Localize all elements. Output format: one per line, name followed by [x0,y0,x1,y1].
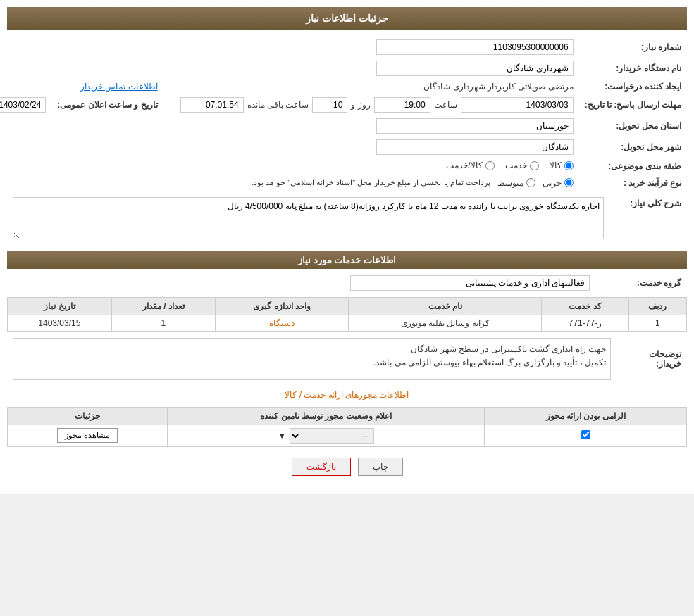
row-need-date: 1403/03/15 [8,315,112,331]
row-service-name: کرایه وسایل نقلیه موتوری [349,315,542,331]
permits-details-cell: مشاهده مجوز [8,425,168,446]
city-input[interactable] [376,139,574,155]
description-label: شرح کلی نیاز: [609,194,687,244]
permits-col-details: جزئیات [8,407,168,425]
announce-date-input[interactable] [0,97,46,113]
view-permit-button[interactable]: مشاهده مجوز [57,428,118,443]
category-khedmat-radio[interactable] [530,161,539,170]
buyer-notes-table: توضیحات خریدار: جهت راه اندازی گشت تاکسی… [7,335,687,383]
process-motavasset-radio[interactable] [526,178,535,187]
action-buttons-area: چاپ بازگشت [7,458,687,476]
permits-table: الزامی بودن ارائه مجوز اعلام وضعیت مجوز … [7,407,687,447]
permits-required-cell [485,425,687,446]
category-label: طبقه بندی موضوعی: [579,158,687,175]
deadline-remaining-label: ساعت باقی مانده [247,100,309,110]
deadline-label: مهلت ارسال پاسخ: تا تاریخ: [579,94,687,115]
announce-date-label: تاریخ و ساعت اعلان عمومی: [57,100,157,110]
deadline-date-input[interactable] [461,97,574,113]
permits-col-required: الزامی بودن ارائه مجوز [485,407,687,425]
deadline-time-label: ساعت [434,100,457,110]
description-textarea[interactable]: اجاره یکدستگاه خوروی برایب با راننده به … [13,197,604,239]
description-table: شرح کلی نیاز: اجاره یکدستگاه خوروی برایب… [7,194,687,244]
category-radio-group: کالا خدمت کالا/خدمت [446,161,573,170]
process-jozi-label: جزیی [543,178,562,188]
row-unit: دستگاه [216,315,349,331]
col-qty: تعداد / مقدار [111,297,216,315]
buyer-notes-label: توضیحات خریدار: [616,335,687,383]
process-motavasset-option[interactable]: متوسط [497,178,535,188]
creator-text: مرتضی صویلاتی کاربردار شهرداری شادگان [423,82,573,92]
deadline-days-label: روز و [351,100,370,110]
process-jozi-radio[interactable] [564,178,574,187]
deadline-remaining-input[interactable] [180,97,244,113]
permits-section-link[interactable]: اطلاعات مجوزهای ارائه خدمت / کالا [7,386,687,403]
category-khedmat-option[interactable]: خدمت [505,161,539,170]
col-row: ردیف [628,297,686,315]
deadline-days-input[interactable] [312,97,347,113]
category-both-radio[interactable] [485,161,495,170]
buyer-org-value [175,58,579,79]
row-qty: 1 [111,315,216,331]
category-both-label: کالا/خدمت [446,161,482,170]
category-khedmat-label: خدمت [505,161,527,170]
province-input[interactable] [376,118,574,134]
deadline-time-input[interactable] [374,97,430,113]
col-unit: واحد اندازه گیری [216,297,349,315]
row-number: 1 [628,315,686,331]
services-data-table: ردیف کد خدمت نام خدمت واحد اندازه گیری ت… [7,297,687,332]
category-both-option[interactable]: کالا/خدمت [446,161,494,170]
process-note: پرداخت تمام یا بخشی از مبلغ خریدار محل "… [252,178,490,187]
contact-link[interactable]: اطلاعات تماس خریدار [80,82,158,92]
category-kala-radio[interactable] [564,161,574,170]
page-header: جزئیات اطلاعات نیاز [7,7,687,30]
category-kala-option[interactable]: کالا [550,161,574,170]
print-button[interactable]: چاپ [358,458,403,476]
row-code: ز-77-771 [542,315,628,331]
permits-required-checkbox[interactable] [581,430,590,439]
buyer-notes-content: جهت راه اندازی گشت تاکسیرانی در سطح شهر … [13,338,611,380]
permits-status-select[interactable]: -- [290,428,374,444]
order-number-input[interactable] [376,39,574,55]
permits-row: -- ▼ مشاهده مجوز [8,425,687,446]
creator-value: مرتضی صویلاتی کاربردار شهرداری شادگان [175,79,579,94]
city-label: شهر محل تحویل: [579,137,687,158]
order-number-label: شماره نیاز: [579,37,687,58]
service-group-table: گروه خدمت: [7,272,687,294]
back-button[interactable]: بازگشت [292,458,351,476]
service-group-label: گروه خدمت: [595,272,687,294]
permits-status-cell: -- ▼ [168,425,485,446]
order-number-value [175,37,579,58]
process-motavasset-label: متوسط [497,178,523,188]
col-name: نام خدمت [349,297,542,315]
main-info-table: شماره نیاز: نام دستگاه خریدار: ایجاد کنن… [0,37,687,191]
buyer-org-input[interactable] [376,61,574,76]
category-kala-label: کالا [550,161,562,170]
col-code: کد خدمت [542,297,628,315]
permits-col-status: اعلام وضعیت مجوز توسط نامین کننده [168,407,485,425]
service-group-input[interactable] [350,275,590,291]
chevron-down-icon: ▼ [278,431,286,441]
services-section-title: اطلاعات خدمات مورد نیاز [7,251,687,269]
creator-label: ایجاد کننده درخواست: [579,79,687,94]
province-label: استان محل تحویل: [579,115,687,137]
process-jozi-option[interactable]: جزیی [543,178,574,188]
page-title: جزئیات اطلاعات نیاز [306,13,388,24]
table-row: 1 ز-77-771 کرایه وسایل نقلیه موتوری دستگ… [8,315,687,331]
col-date: تاریخ نیاز [8,297,112,315]
process-label: نوع فرآیند خرید : [579,175,687,191]
buyer-org-label: نام دستگاه خریدار: [579,58,687,79]
permits-section-title: اطلاعات مجوزهای ارائه خدمت / کالا [285,390,409,400]
